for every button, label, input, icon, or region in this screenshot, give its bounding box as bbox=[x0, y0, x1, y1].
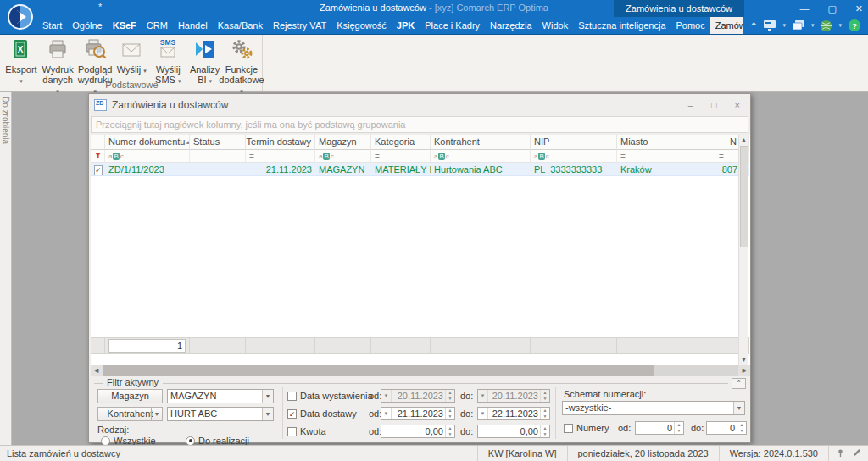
menu-tab-crm[interactable]: CRM bbox=[142, 17, 173, 34]
checkbox-icon[interactable] bbox=[287, 392, 297, 401]
calendar-dropdown-icon[interactable]: ▼ bbox=[478, 390, 488, 402]
menu-tab-jpk[interactable]: JPK bbox=[392, 17, 420, 34]
menu-tab-kasa-bank[interactable]: Kasa/Bank bbox=[213, 17, 268, 34]
windows-dropdown-icon[interactable]: ▾ bbox=[811, 22, 815, 29]
table-row[interactable]: ✓ZD/1/11/202321.11.2023MAGAZYNMATERIAŁY … bbox=[91, 163, 750, 176]
column-header-nip[interactable]: NIP bbox=[531, 135, 617, 150]
menu-tab-płace-i-kadry[interactable]: Płace i Kadry bbox=[420, 17, 485, 34]
data-dostawy-do-field[interactable]: ▼22.11.2023▲▼ bbox=[477, 407, 550, 420]
column-header-magazyn[interactable]: Magazyn bbox=[315, 135, 371, 150]
spinner-icon[interactable]: ▲▼ bbox=[737, 422, 746, 434]
app-minimize-button[interactable]: — bbox=[799, 3, 809, 14]
app-maximize-button[interactable]: ▢ bbox=[827, 3, 836, 14]
spinner-icon[interactable]: ▲▼ bbox=[674, 422, 683, 434]
filter-check-data-dostawy[interactable]: ✓Data dostawy bbox=[287, 407, 357, 420]
help-chat-icon[interactable]: ? bbox=[848, 19, 861, 32]
filter-cell-status[interactable] bbox=[190, 150, 246, 163]
calendar-dropdown-icon[interactable]: ▼ bbox=[381, 408, 392, 419]
row-select-cell[interactable]: ✓ bbox=[91, 163, 105, 176]
magazyn-combo-arrow-icon[interactable]: ▼ bbox=[262, 390, 273, 403]
menu-tab-sztuczna-inteligencja[interactable]: Sztuczna inteligencja bbox=[573, 17, 670, 34]
filter-cell-miasto[interactable]: = bbox=[617, 150, 715, 163]
radio-icon[interactable] bbox=[101, 436, 110, 446]
spinner-icon[interactable]: ▲▼ bbox=[445, 425, 454, 437]
filter-cell-termin-dostawy[interactable]: = bbox=[246, 150, 315, 163]
checkbox-icon[interactable]: ✓ bbox=[287, 409, 297, 419]
filter-funnel-cell[interactable] bbox=[91, 150, 105, 163]
menu-tab-pomoc[interactable]: Pomoc bbox=[671, 17, 710, 34]
calendar-dropdown-icon[interactable]: ▼ bbox=[478, 408, 488, 419]
collapse-ribbon-icon[interactable]: ⌃ bbox=[750, 21, 757, 31]
magazyn-combo[interactable]: MAGAZYN▼ bbox=[167, 389, 274, 403]
presentation-dropdown-icon[interactable]: ▾ bbox=[782, 22, 786, 29]
orders-maximize-button[interactable]: □ bbox=[711, 100, 717, 110]
filter-cell-kategoria[interactable]: = bbox=[371, 150, 431, 163]
checkbox-icon[interactable] bbox=[287, 427, 297, 436]
schemat-numeracji-combo[interactable]: -wszystkie-▼ bbox=[562, 401, 745, 415]
spinner-icon[interactable]: ▲▼ bbox=[540, 408, 549, 419]
column-header-termin-dostawy[interactable]: Termin dostawy bbox=[246, 135, 315, 150]
filter-collapse-button[interactable]: ⌃ bbox=[732, 378, 746, 389]
magazyn-button[interactable]: Magazyn bbox=[97, 389, 163, 403]
kwota-od-field[interactable]: 0,00▲▼ bbox=[381, 425, 455, 438]
column-header-kategoria[interactable]: Kategoria bbox=[371, 135, 431, 150]
kwota-do-field[interactable]: 0,00▲▼ bbox=[477, 425, 550, 438]
kontrahent-button-dropdown-icon[interactable]: ▼ bbox=[151, 408, 162, 420]
contextual-tab-header[interactable]: Zamówienia u dostawców bbox=[614, 0, 744, 17]
row-checkbox[interactable]: ✓ bbox=[94, 165, 103, 175]
radio-icon[interactable] bbox=[186, 436, 195, 446]
menu-tab-ogólne[interactable]: Ogólne bbox=[67, 17, 107, 34]
kontrahent-combo-arrow-icon[interactable]: ▼ bbox=[262, 408, 273, 420]
comarch-logo-icon[interactable] bbox=[6, 3, 35, 31]
data-dostawy-od-field[interactable]: ▼21.11.2023▲▼ bbox=[381, 407, 455, 420]
menu-tab-księgowość[interactable]: Księgowość bbox=[331, 17, 392, 34]
menu-tab-handel[interactable]: Handel bbox=[173, 17, 213, 34]
globe-dropdown-icon[interactable]: ▾ bbox=[838, 22, 842, 29]
filter-check-data-wystawienia[interactable]: Data wystawienia bbox=[287, 389, 373, 403]
data-wystawienia-do-field[interactable]: ▼20.11.2023▲▼ bbox=[477, 389, 550, 403]
orders-minimize-button[interactable]: – bbox=[688, 100, 693, 110]
menu-tab-zamówienia-u-dostawców[interactable]: Zamówienia u dostawców bbox=[710, 17, 743, 34]
kontrahent-combo[interactable]: HURT ABC▼ bbox=[167, 407, 274, 421]
menu-tab-rejestry-vat[interactable]: Rejestry VAT bbox=[268, 17, 331, 34]
calendar-dropdown-icon[interactable]: ▼ bbox=[381, 390, 392, 402]
menu-tab-widok[interactable]: Widok bbox=[537, 17, 574, 34]
pin-icon[interactable] bbox=[836, 448, 845, 459]
wyślij-button[interactable]: Wyślij ▾ bbox=[114, 36, 149, 77]
spinner-icon[interactable]: ▲▼ bbox=[540, 425, 549, 437]
filter-check-kwota[interactable]: Kwota bbox=[287, 425, 326, 438]
presentation-icon[interactable] bbox=[763, 19, 776, 31]
side-panel-do-zrobienia[interactable]: Do zrobienia bbox=[0, 92, 12, 445]
data-wystawienia-od-field[interactable]: ▼20.11.2023▲▼ bbox=[381, 389, 455, 403]
scroll-right-icon[interactable]: ► bbox=[738, 365, 750, 376]
spinner-icon[interactable]: ▲▼ bbox=[540, 390, 549, 402]
schemat-combo-arrow-icon[interactable]: ▼ bbox=[733, 402, 744, 414]
vertical-scroll-thumb[interactable] bbox=[740, 146, 748, 247]
column-header-status[interactable]: Status bbox=[190, 135, 246, 150]
numery-od-field[interactable]: 0▲▼ bbox=[635, 421, 684, 435]
menu-tab-start[interactable]: Start bbox=[37, 17, 67, 34]
scroll-left-icon[interactable]: ◄ bbox=[91, 365, 103, 376]
numery-checkbox[interactable] bbox=[564, 424, 573, 433]
spinner-icon[interactable]: ▲▼ bbox=[445, 408, 454, 419]
kontrahent-button[interactable]: Kontrahent▼ bbox=[97, 407, 163, 421]
filter-cell-magazyn[interactable]: aBc bbox=[315, 150, 371, 163]
scroll-down-icon[interactable]: ▼ bbox=[739, 355, 748, 365]
app-close-button[interactable]: ✕ bbox=[855, 3, 863, 14]
filter-cell-nip[interactable]: aBc bbox=[531, 150, 617, 163]
spinner-icon[interactable]: ▲▼ bbox=[445, 390, 454, 402]
numery-do-field[interactable]: 0▲▼ bbox=[706, 421, 747, 435]
horizontal-scroll-thumb[interactable] bbox=[103, 365, 654, 376]
filter-cell-kontrahent[interactable]: aBc bbox=[431, 150, 531, 163]
vertical-scrollbar[interactable]: ▲ ▼ bbox=[738, 135, 748, 365]
orders-window-titlebar[interactable]: ZD Zamówienia u dostawców – □ × bbox=[89, 94, 750, 115]
globe-icon[interactable] bbox=[820, 19, 832, 32]
column-header-numer-dokumentu[interactable]: Numer dokumentu▲ bbox=[105, 135, 190, 150]
pen-icon[interactable] bbox=[852, 448, 861, 459]
scroll-up-icon[interactable]: ▲ bbox=[739, 135, 748, 145]
column-header-kontrahent[interactable]: Kontrahent bbox=[431, 135, 531, 150]
filter-cell-numer-dokumentu[interactable]: aBc bbox=[105, 150, 190, 163]
orders-close-button[interactable]: × bbox=[735, 100, 740, 110]
menu-tab-narzędzia[interactable]: Narzędzia bbox=[485, 17, 537, 34]
menu-tab-ksef[interactable]: KSeF bbox=[108, 17, 142, 34]
